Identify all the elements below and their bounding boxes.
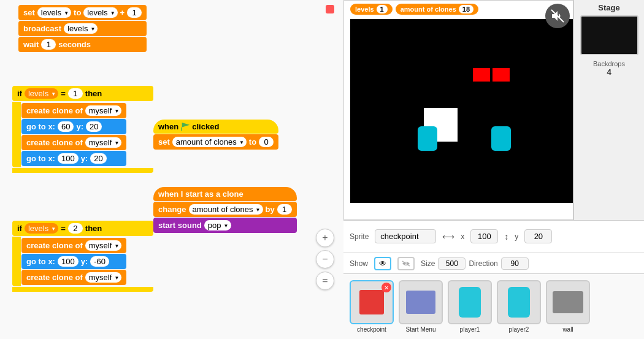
zoom-out-button[interactable]: − (316, 250, 334, 269)
zoom-reset-button[interactable]: = (316, 272, 334, 290)
sprite-thumb-checkpoint[interactable]: ✕ (350, 280, 394, 324)
if-block-2: if levels = 2 then create clone of mysel… (12, 221, 153, 292)
hide-eye-button[interactable] (397, 257, 415, 270)
sprite-info-row: Sprite ⟷ x ↕ y (343, 220, 644, 253)
sprite-thumb-player2[interactable] (497, 280, 541, 324)
to-val-c[interactable]: 0 (259, 137, 274, 147)
delete-checkpoint-button[interactable]: ✕ (381, 283, 391, 292)
wait-val-input[interactable]: 1 (41, 39, 56, 50)
top-stack: set levels to levels + 1 broadcast level… (18, 5, 147, 52)
sprite-thumb-start-menu[interactable] (399, 280, 443, 324)
y-input[interactable] (524, 229, 552, 243)
amount-clones-var-c[interactable]: amount of clones (172, 137, 247, 147)
goto-xy-1b[interactable]: go to x: 100 y: 20 (21, 151, 126, 166)
amount-clones-variable-badge: amount of clones 18 (396, 4, 478, 15)
player1-sprite-icon (459, 287, 481, 318)
sprite-item-player2[interactable]: player2 (497, 280, 541, 333)
create-clone-1a[interactable]: create clone of myself (21, 103, 126, 118)
create-clone-2b[interactable]: create clone of myself (21, 270, 126, 285)
goto-xy-2a[interactable]: go to x: 100 y: -60 (21, 254, 126, 269)
levels-variable-badge: levels 1 (350, 4, 393, 15)
pop-sound-dropdown[interactable]: pop (204, 220, 231, 230)
player1-sprite-label: player1 (460, 326, 480, 333)
stage-thumbnail[interactable] (580, 15, 638, 55)
backdrops-section: Backdrops 4 (593, 60, 625, 77)
start-menu-sprite-icon (406, 291, 435, 314)
when-clicked-stack: when clicked set amount of clones to 0 (153, 120, 278, 150)
start-sound-block[interactable]: start sound pop (153, 218, 297, 233)
plus-label: + (120, 8, 125, 17)
if-levels-var-2[interactable]: levels (25, 223, 58, 234)
if-one-val-1[interactable]: 1 (68, 88, 83, 99)
sprite-item-start-menu[interactable]: Start Menu (399, 280, 443, 333)
size-label: Size (421, 259, 435, 268)
start-sound-label: start sound (158, 221, 202, 230)
sprite-thumb-wall[interactable] (546, 280, 590, 324)
to-label-c: to (249, 137, 256, 147)
myself-dropdown-2a[interactable]: myself (85, 240, 122, 251)
if-levels-var-1[interactable]: levels (25, 88, 58, 99)
when-flag-clicked-hat[interactable]: when clicked (153, 120, 278, 134)
when-label-c: when (158, 122, 178, 131)
x2-input[interactable]: 100 (58, 153, 79, 164)
to-label: to (74, 8, 81, 17)
if-two-val[interactable]: 2 (68, 223, 83, 234)
if-then-1-header[interactable]: if levels = 1 then (12, 86, 153, 101)
show-eye-button[interactable]: 👁 (374, 257, 391, 270)
if-block-1: if levels = 1 then create clone of mysel… (12, 86, 153, 173)
checkpoint-sprite-icon (359, 290, 384, 314)
set-amount-clones-block[interactable]: set amount of clones to 0 (153, 134, 278, 150)
y-val-input-2a[interactable]: -60 (90, 256, 109, 267)
x-val-input-2a[interactable]: 100 (58, 256, 79, 267)
x-input[interactable] (470, 229, 498, 243)
if-label-2: if (17, 224, 22, 233)
backdrops-label: Backdrops (593, 60, 625, 67)
levels-val-dropdown[interactable]: levels (83, 7, 117, 18)
game-canvas (350, 19, 573, 203)
myself-dropdown-1a[interactable]: myself (85, 105, 122, 116)
wall-sprite-icon (553, 291, 583, 313)
myself-dropdown-1b[interactable]: myself (85, 137, 122, 148)
if-then-2-header[interactable]: if levels = 2 then (12, 221, 153, 236)
when-clone-hat[interactable]: when I start as a clone (153, 187, 297, 201)
size-input[interactable] (438, 257, 466, 270)
wait-block[interactable]: wait 1 seconds (18, 37, 147, 52)
direction-label: Direction (469, 259, 497, 268)
variables-bar: levels 1 amount of clones 18 (350, 4, 478, 15)
when-clone-stack: when I start as a clone change amount of… (153, 187, 297, 233)
game-preview: levels 1 amount of clones 18 (343, 0, 573, 220)
sprite-item-player1[interactable]: player1 (448, 280, 492, 333)
one-val-input[interactable]: 1 (127, 7, 142, 18)
broadcast-label: broadcast (23, 24, 61, 33)
player2-sprite-icon (508, 287, 530, 318)
size-direction-group: Size Direction (421, 257, 529, 270)
amount-clones-value: 18 (459, 5, 473, 13)
set-levels-block[interactable]: set levels to levels + 1 (18, 5, 147, 20)
sprite-item-wall[interactable]: wall (546, 280, 590, 333)
y2-input[interactable]: 20 (90, 153, 106, 164)
flag-icon (181, 123, 190, 131)
sprite-thumb-player1[interactable] (448, 280, 492, 324)
myself-dropdown-2b[interactable]: myself (85, 272, 122, 283)
by-val-input[interactable]: 1 (277, 204, 292, 215)
sprite-name-input[interactable] (375, 229, 436, 243)
amount-clones-var-clone[interactable]: amount of clones (189, 204, 263, 215)
set-label-c: set (158, 137, 170, 147)
zoom-in-button[interactable]: + (316, 229, 334, 247)
levels-var-dropdown[interactable]: levels (37, 7, 71, 18)
mute-button[interactable] (545, 4, 570, 28)
sprite-item-checkpoint[interactable]: ✕ checkpoint (350, 280, 394, 333)
y1-input[interactable]: 20 (86, 121, 102, 132)
by-label: by (266, 205, 275, 214)
create-clone-2a[interactable]: create clone of myself (21, 238, 126, 253)
x1-input[interactable]: 60 (58, 121, 74, 132)
red-block-2 (493, 68, 510, 82)
player2-sprite-label: player2 (509, 326, 529, 333)
goto-xy-1a[interactable]: go to x: 60 y: 20 (21, 119, 126, 134)
broadcast-block[interactable]: broadcast levels (18, 21, 147, 36)
create-clone-1b[interactable]: create clone of myself (21, 135, 126, 150)
change-amount-clones-block[interactable]: change amount of clones by 1 (153, 202, 297, 217)
direction-input[interactable] (501, 257, 529, 270)
broadcast-var-dropdown[interactable]: levels (64, 23, 98, 34)
x-label: x (461, 232, 464, 241)
